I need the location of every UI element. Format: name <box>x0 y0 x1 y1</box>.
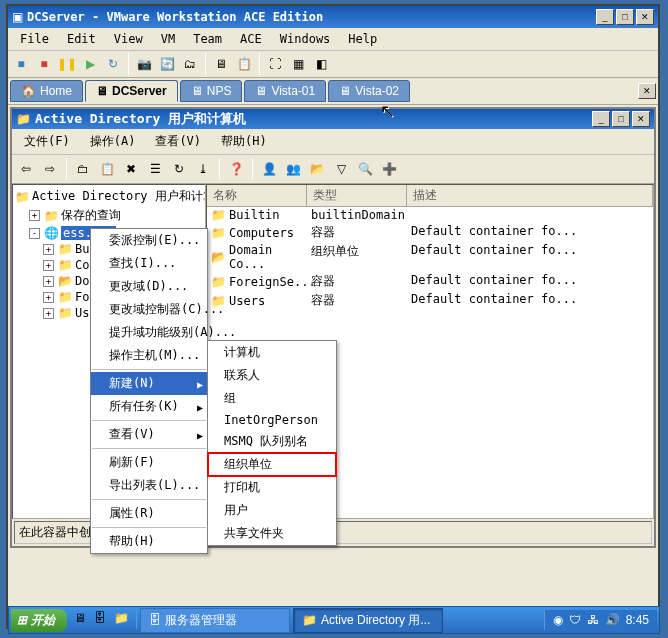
expand-icon[interactable]: + <box>43 308 54 319</box>
reset-icon[interactable]: ↻ <box>102 53 124 75</box>
ctx-delegate[interactable]: 委派控制(E)... <box>91 229 207 252</box>
volume-icon[interactable]: 🔊 <box>605 613 620 627</box>
ctx-find[interactable]: 查找(I)... <box>91 252 207 275</box>
menu-view[interactable]: 查看(V) <box>147 131 209 152</box>
clock[interactable]: 8:45 <box>626 613 649 627</box>
ctx-raise-level[interactable]: 提升域功能级别(A)... <box>91 321 207 344</box>
menu-windows[interactable]: Windows <box>272 30 339 48</box>
maximize-button[interactable]: □ <box>616 9 634 25</box>
list-row[interactable]: 📁Builtin builtinDomain <box>207 207 653 223</box>
tabs-close-button[interactable]: ✕ <box>638 83 656 99</box>
new-ou-icon[interactable]: 📂 <box>306 158 328 180</box>
revert-icon[interactable]: 🔄 <box>156 53 178 75</box>
tab-nps[interactable]: 🖥 NPS <box>180 80 243 102</box>
ctx-refresh[interactable]: 刷新(F) <box>91 451 207 474</box>
properties-icon[interactable]: ☰ <box>144 158 166 180</box>
play-icon[interactable]: ▶ <box>79 53 101 75</box>
sub-inetorgperson[interactable]: InetOrgPerson <box>208 410 336 430</box>
ctx-view[interactable]: 查看(V)▶ <box>91 423 207 446</box>
vmware-titlebar[interactable]: ▣ DCServer - VMware Workstation ACE Edit… <box>8 6 658 28</box>
tray-icon[interactable]: ◉ <box>553 613 563 627</box>
new-group-icon[interactable]: 👥 <box>282 158 304 180</box>
close-button[interactable]: ✕ <box>636 9 654 25</box>
menu-edit[interactable]: Edit <box>59 30 104 48</box>
ctx-change-domain[interactable]: 更改域(D)... <box>91 275 207 298</box>
menu-help[interactable]: Help <box>340 30 385 48</box>
task-server-manager[interactable]: 🗄 服务器管理器 <box>140 608 290 633</box>
refresh-icon[interactable]: ↻ <box>168 158 190 180</box>
col-type[interactable]: 类型 <box>307 185 407 206</box>
ctx-new[interactable]: 新建(N)▶ <box>91 372 207 395</box>
tree-saved-queries[interactable]: + 📁 保存的查询 <box>15 206 203 225</box>
aduc-close-button[interactable]: ✕ <box>632 111 650 127</box>
tab-dcserver[interactable]: 🖥 DCServer <box>85 80 178 102</box>
sub-user[interactable]: 用户 <box>208 499 336 522</box>
menu-action[interactable]: 操作(A) <box>82 131 144 152</box>
minimize-button[interactable]: _ <box>596 9 614 25</box>
expand-icon[interactable]: + <box>43 276 54 287</box>
add-icon[interactable]: ➕ <box>378 158 400 180</box>
export-icon[interactable]: ⤓ <box>192 158 214 180</box>
home-tab[interactable]: 🏠 Home <box>10 80 83 102</box>
col-name[interactable]: 名称 <box>207 185 307 206</box>
tree-root[interactable]: 📁 Active Directory 用户和计算机 <box>15 187 203 206</box>
find-icon[interactable]: 🔍 <box>354 158 376 180</box>
expand-icon[interactable]: + <box>43 292 54 303</box>
summary-icon[interactable]: 📋 <box>233 53 255 75</box>
ctx-masters[interactable]: 操作主机(M)... <box>91 344 207 367</box>
ctx-all-tasks[interactable]: 所有任务(K)▶ <box>91 395 207 418</box>
sub-group[interactable]: 组 <box>208 387 336 410</box>
list-row[interactable]: 📂Domain Co... 组织单位 Default container fo.… <box>207 242 653 272</box>
menu-file[interactable]: File <box>12 30 57 48</box>
expand-icon[interactable]: + <box>43 244 54 255</box>
sub-msmq[interactable]: MSMQ 队列别名 <box>208 430 336 453</box>
ctx-properties[interactable]: 属性(R) <box>91 502 207 525</box>
power-off-icon[interactable]: ■ <box>10 53 32 75</box>
snapshot-icon[interactable]: 📷 <box>133 53 155 75</box>
tab-vista02[interactable]: 🖥 Vista-02 <box>328 80 410 102</box>
ctx-change-dc[interactable]: 更改域控制器(C)... <box>91 298 207 321</box>
aduc-titlebar[interactable]: 📁 Active Directory 用户和计算机 _ □ ✕ <box>12 109 654 129</box>
pause-icon[interactable]: ❚❚ <box>56 53 78 75</box>
network-icon[interactable]: 🖧 <box>587 613 599 627</box>
sub-shared-folder[interactable]: 共享文件夹 <box>208 522 336 545</box>
quick-switch-icon[interactable]: ▦ <box>287 53 309 75</box>
tab-vista01[interactable]: 🖥 Vista-01 <box>244 80 326 102</box>
unity-icon[interactable]: ◧ <box>310 53 332 75</box>
aduc-maximize-button[interactable]: □ <box>612 111 630 127</box>
list-row[interactable]: 📁Users 容器 Default container fo... <box>207 291 653 310</box>
back-icon[interactable]: ⇦ <box>15 158 37 180</box>
explorer-icon[interactable]: 📁 <box>114 611 132 629</box>
show-desktop-icon[interactable]: 🖥 <box>74 611 92 629</box>
cut-icon[interactable]: 📋 <box>96 158 118 180</box>
filter-icon[interactable]: ▽ <box>330 158 352 180</box>
menu-view[interactable]: View <box>106 30 151 48</box>
menu-ace[interactable]: ACE <box>232 30 270 48</box>
start-button[interactable]: ⊞ 开始 <box>11 609 67 632</box>
server-manager-icon[interactable]: 🗄 <box>94 611 112 629</box>
show-console-icon[interactable]: 🖥 <box>210 53 232 75</box>
forward-icon[interactable]: ⇨ <box>39 158 61 180</box>
system-tray[interactable]: ◉ 🛡 🖧 🔊 8:45 <box>544 610 657 630</box>
aduc-minimize-button[interactable]: _ <box>592 111 610 127</box>
delete-icon[interactable]: ✖ <box>120 158 142 180</box>
task-aduc[interactable]: 📁 Active Directory 用... <box>293 608 443 633</box>
manage-snapshot-icon[interactable]: 🗂 <box>179 53 201 75</box>
new-user-icon[interactable]: 👤 <box>258 158 280 180</box>
sub-organizational-unit[interactable]: 组织单位 <box>208 453 336 476</box>
ctx-help[interactable]: 帮助(H) <box>91 530 207 553</box>
stop-icon[interactable]: ■ <box>33 53 55 75</box>
help-icon[interactable]: ❓ <box>225 158 247 180</box>
menu-vm[interactable]: VM <box>153 30 183 48</box>
sub-computer[interactable]: 计算机 <box>208 341 336 364</box>
collapse-icon[interactable]: - <box>29 228 40 239</box>
expand-icon[interactable]: + <box>43 260 54 271</box>
tray-icon[interactable]: 🛡 <box>569 613 581 627</box>
list-row[interactable]: 📁Computers 容器 Default container fo... <box>207 223 653 242</box>
sub-printer[interactable]: 打印机 <box>208 476 336 499</box>
fullscreen-icon[interactable]: ⛶ <box>264 53 286 75</box>
up-icon[interactable]: 🗀 <box>72 158 94 180</box>
expand-icon[interactable]: + <box>29 210 40 221</box>
ctx-export[interactable]: 导出列表(L)... <box>91 474 207 497</box>
col-desc[interactable]: 描述 <box>407 185 653 206</box>
